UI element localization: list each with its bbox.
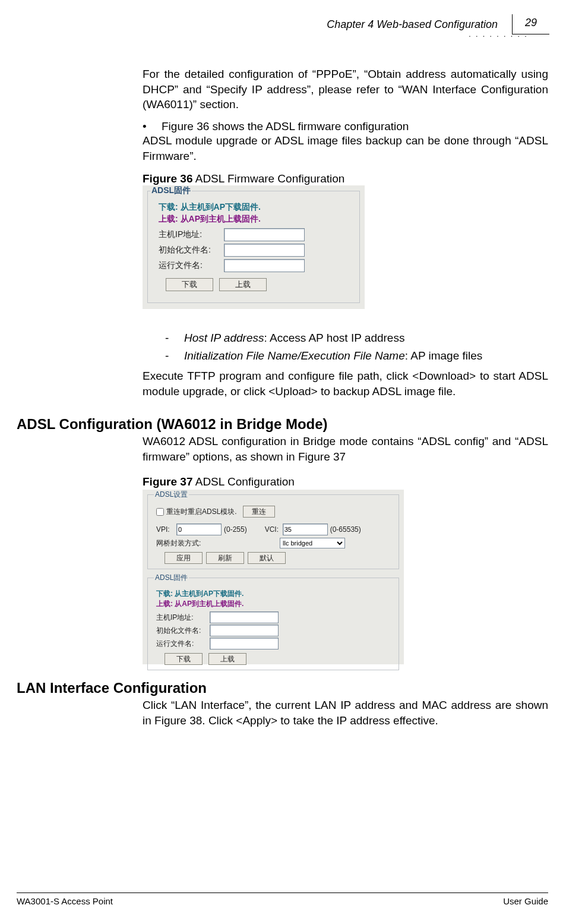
adsl-firmware-legend: ADSL固件 (150, 185, 192, 196)
init-file-input[interactable] (224, 244, 305, 257)
default-button[interactable]: 默认 (248, 552, 286, 564)
download-hint-2: 下载: 从主机到AP下载固件. (156, 589, 394, 599)
bullet-figure36-text: Figure 36 shows the ADSL firmware config… (162, 120, 548, 133)
chapter-title: Chapter 4 Web-based Configuration (327, 18, 498, 31)
vpi-label: VPI: (156, 525, 176, 534)
upload-button-2[interactable]: 上载 (208, 653, 246, 665)
vci-range: (0-65535) (330, 525, 361, 534)
bullet-figure36: • Figure 36 shows the ADSL firmware conf… (143, 120, 548, 133)
dash-icon: - (162, 332, 184, 345)
adsl-firmware-fieldset-2: ADSL固件 下载: 从主机到AP下载固件. 上载: 从AP到主机上载固件. 主… (147, 573, 399, 670)
upload-hint: 上载: 从AP到主机上载固件. (159, 214, 359, 225)
init-file-label-2: 初始化文件名: (156, 626, 210, 636)
bullet-dot-icon: • (143, 120, 162, 133)
reconnect-button[interactable]: 重连 (243, 506, 275, 518)
figure37-image: ADSL设置 重连时重启ADSL模块. 重连 VPI: (0-255) VCI:… (143, 490, 404, 664)
def-host-ip-text: Host IP address: Access AP host IP addre… (184, 332, 548, 345)
paragraph-lan: Click “LAN Interface”, the current LAN I… (143, 698, 548, 728)
vpi-range: (0-255) (224, 525, 247, 534)
run-file-input-2[interactable] (210, 638, 279, 649)
apply-button[interactable]: 应用 (165, 552, 203, 564)
vci-input[interactable] (283, 524, 328, 535)
bridge-encap-select[interactable]: llc bridged (280, 538, 345, 548)
init-file-input-2[interactable] (210, 625, 279, 636)
vci-label: VCI: (265, 525, 283, 534)
figure37-caption-num: Figure 37 (143, 475, 192, 488)
adsl-settings-legend: ADSL设置 (154, 490, 189, 500)
upload-button[interactable]: 上载 (219, 278, 267, 291)
figure37-caption: Figure 37 ADSL Configuration (143, 475, 548, 488)
download-hint: 下载: 从主机到AP下载固件. (159, 202, 359, 213)
dash-icon: - (162, 349, 184, 362)
footer-rule (17, 893, 548, 893)
download-button-2[interactable]: 下载 (165, 653, 203, 665)
figure36-caption: Figure 36 ADSL Firmware Configuration (143, 172, 548, 185)
def-init-file-text: Initialization File Name/Execution File … (184, 349, 548, 362)
refresh-button[interactable]: 刷新 (206, 552, 244, 564)
adsl-firmware-fieldset: ADSL固件 下载: 从主机到AP下载固件. 上载: 从AP到主机上载固件. 主… (147, 185, 360, 303)
adsl-firmware-legend-2: ADSL固件 (154, 573, 189, 583)
paragraph-adsl-upgrade: ADSL module upgrade or ADSL image files … (143, 133, 548, 163)
host-ip-label: 主机IP地址: (159, 229, 224, 240)
paragraph-adsl-bridge: WA6012 ADSL configuration in Bridge mode… (143, 434, 548, 464)
section-adsl-config-heading: ADSL Configuration (WA6012 in Bridge Mod… (17, 416, 328, 433)
footer-doctype: User Guide (503, 896, 548, 906)
run-file-label: 运行文件名: (159, 260, 224, 271)
bridge-encap-label: 网桥封装方式: (156, 538, 280, 548)
figure36-caption-num: Figure 36 (143, 172, 192, 185)
paragraph-tftp: Execute TFTP program and configure file … (143, 368, 548, 399)
run-file-label-2: 运行文件名: (156, 639, 210, 649)
header-decoration: · · · · · · · · · (469, 31, 528, 40)
restart-adsl-label: 重连时重启ADSL模块. (166, 507, 237, 517)
host-ip-input-2[interactable] (210, 611, 279, 623)
download-button[interactable]: 下载 (166, 278, 213, 291)
host-ip-input[interactable] (224, 228, 305, 241)
figure36-image: ADSL固件 下载: 从主机到AP下载固件. 上载: 从AP到主机上载固件. 主… (143, 185, 365, 309)
init-file-label: 初始化文件名: (159, 245, 224, 256)
section-lan-heading: LAN Interface Configuration (17, 680, 207, 696)
vpi-input[interactable] (176, 524, 222, 535)
paragraph-intro: For the detailed configuration of “PPPoE… (143, 67, 548, 112)
figure36-caption-text: ADSL Firmware Configuration (192, 172, 344, 185)
adsl-settings-fieldset: ADSL设置 重连时重启ADSL模块. 重连 VPI: (0-255) VCI:… (147, 490, 399, 569)
footer-product: WA3001-S Access Point (17, 896, 113, 906)
run-file-input[interactable] (224, 259, 305, 272)
def-init-file: - Initialization File Name/Execution Fil… (143, 349, 548, 362)
restart-adsl-checkbox[interactable] (156, 508, 164, 516)
upload-hint-2: 上载: 从AP到主机上载固件. (156, 599, 394, 609)
figure37-caption-text: ADSL Configuration (192, 475, 294, 488)
host-ip-label-2: 主机IP地址: (156, 613, 210, 623)
def-host-ip: - Host IP address: Access AP host IP add… (143, 332, 548, 345)
